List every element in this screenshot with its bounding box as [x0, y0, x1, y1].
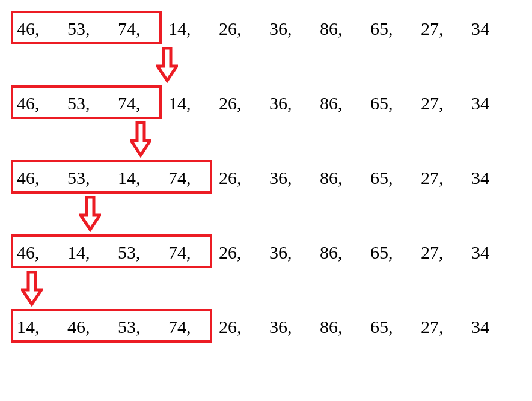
- array-cell: 46,: [12, 168, 63, 188]
- array-cell: 27,: [416, 19, 466, 39]
- array-cell: 65,: [365, 317, 416, 337]
- array-cell: 74,: [164, 168, 214, 188]
- step-arrow-icon: [21, 271, 43, 307]
- array-cell: 46,: [63, 317, 113, 337]
- sort-step-row: 46, 53, 74, 14, 26, 36, 86, 65, 27, 34: [12, 87, 520, 120]
- array-cell: 14,: [63, 242, 113, 263]
- array-cell: 86,: [315, 242, 365, 263]
- array-cell: 36,: [264, 93, 315, 114]
- array-cell: 65,: [365, 19, 416, 39]
- array-cell: 74,: [113, 93, 164, 114]
- array-cell: 36,: [264, 317, 315, 337]
- array-cell: 14,: [113, 168, 164, 188]
- array-cell: 34: [466, 317, 517, 337]
- array-cell: 27,: [416, 242, 466, 263]
- array-cell: 65,: [365, 168, 416, 188]
- array-cell: 26,: [214, 19, 264, 39]
- array-cell: 46,: [12, 19, 63, 39]
- array-cell: 86,: [315, 168, 365, 188]
- array-cell: 86,: [315, 317, 365, 337]
- array-cell: 53,: [113, 317, 164, 337]
- array-cell: 74,: [113, 19, 164, 39]
- array-cell: 65,: [365, 242, 416, 263]
- array-cell: 65,: [365, 93, 416, 114]
- array-cell: 14,: [12, 317, 63, 337]
- sort-step-row: 46, 53, 74, 14, 26, 36, 86, 65, 27, 34: [12, 12, 520, 46]
- array-cell: 46,: [12, 242, 63, 263]
- array-cell: 36,: [264, 168, 315, 188]
- array-cell: 27,: [416, 168, 466, 188]
- array-cell: 46,: [12, 93, 63, 114]
- array-cell: 14,: [164, 93, 214, 114]
- array-cell: 34: [466, 242, 517, 263]
- array-cell: 34: [466, 168, 517, 188]
- sort-step-row: 46, 53, 14, 74, 26, 36, 86, 65, 27, 34: [12, 161, 520, 195]
- array-cell: 74,: [164, 317, 214, 337]
- array-cell: 36,: [264, 242, 315, 263]
- array-cell: 26,: [214, 93, 264, 114]
- array-cell: 86,: [315, 93, 365, 114]
- array-cell: 26,: [214, 168, 264, 188]
- array-cell: 36,: [264, 19, 315, 39]
- array-cell: 26,: [214, 242, 264, 263]
- array-cell: 86,: [315, 19, 365, 39]
- array-cell: 27,: [416, 317, 466, 337]
- array-cell: 34: [466, 19, 517, 39]
- array-cell: 53,: [113, 242, 164, 263]
- array-cell: 53,: [63, 93, 113, 114]
- step-arrow-icon: [79, 196, 101, 232]
- sort-step-row: 46, 14, 53, 74, 26, 36, 86, 65, 27, 34: [12, 236, 520, 269]
- step-arrow-icon: [156, 47, 178, 83]
- array-cell: 53,: [63, 168, 113, 188]
- array-cell: 26,: [214, 317, 264, 337]
- step-arrow-icon: [130, 121, 151, 158]
- array-cell: 74,: [164, 242, 214, 263]
- array-cell: 14,: [164, 19, 214, 39]
- sort-step-row: 14, 46, 53, 74, 26, 36, 86, 65, 27, 34: [12, 310, 520, 344]
- array-cell: 53,: [63, 19, 113, 39]
- array-cell: 34: [466, 93, 517, 114]
- insertion-sort-diagram: 46, 53, 74, 14, 26, 36, 86, 65, 27, 34 4…: [12, 12, 520, 344]
- array-cell: 27,: [416, 93, 466, 114]
